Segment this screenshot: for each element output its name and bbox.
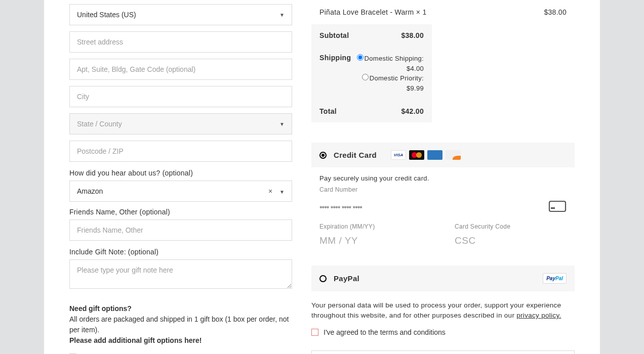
terms-checkbox[interactable] [311,329,318,336]
chevron-down-icon: ▼ [279,189,285,195]
total-label: Total [319,107,337,115]
expiry-label: Expiration (MM/YY) [319,223,431,230]
paypal-icon: PayPal [543,273,567,284]
card-brand-icons: VISA [391,150,461,160]
paypal-radio[interactable] [319,275,327,282]
expiry-input[interactable]: MM / YY [319,233,431,248]
gift-note-label: Include Gift Note: (optional) [69,248,292,256]
cc-description: Pay securely using your credit card. [319,174,567,182]
terms-label: I've agreed to the terms and conditions [324,328,446,336]
shipping-option-priority[interactable]: Domestic Priority: $9.99 [362,74,424,92]
order-item-row: Piñata Love Bracelet - Warm × 1 $38.00 [311,6,575,24]
referral-label: How did you hear about us? (optional) [69,169,292,177]
apt-input[interactable] [69,59,292,80]
mastercard-icon [409,150,424,160]
csc-input[interactable]: CSC [455,233,567,248]
cc-label: Credit Card [334,151,377,159]
svg-rect-0 [549,201,566,211]
gift-info-cta[interactable]: Please add additional gift options here! [69,335,292,346]
csc-label: Card Security Code [455,223,567,230]
city-input[interactable] [69,86,292,107]
card-number-label: Card Number [319,186,567,193]
chevron-down-icon: ▼ [279,121,285,127]
street-address-input[interactable] [69,31,292,53]
state-placeholder: State / County [77,120,122,128]
svg-rect-1 [551,207,555,209]
state-select[interactable]: State / County ▼ [69,113,292,135]
credit-card-icon [548,199,567,215]
shipping-radio-priority[interactable] [362,74,369,80]
order-item-name: Piñata Love Bracelet - Warm [319,8,416,16]
country-value: United States (US) [77,11,136,19]
credit-card-radio[interactable] [319,152,327,159]
privacy-policy-link[interactable]: privacy policy. [516,312,561,319]
total-value: $42.00 [401,107,424,115]
gift-info-line: All orders are packaged and shipped in 1… [69,314,292,335]
referral-value: Amazon [77,187,103,195]
referral-select[interactable]: Amazon × ▼ [69,181,292,202]
postcode-input[interactable] [69,141,292,162]
shipping-label: Shipping [319,54,351,93]
order-notes-textarea[interactable] [311,350,575,355]
chevron-down-icon: ▼ [279,12,285,18]
privacy-text: Your personal data will be used to proce… [311,300,575,321]
friends-label: Friends Name, Other (optional) [69,208,292,216]
subtotal-value: $38.00 [401,31,424,39]
card-number-input[interactable]: •••• •••• •••• •••• [319,203,362,212]
payment-option-paypal[interactable]: PayPal PayPal [311,266,575,291]
discover-icon [446,150,461,160]
friends-input[interactable] [69,219,292,241]
gift-info: Need gift options? All orders are packag… [69,303,292,346]
payment-option-credit-card[interactable]: Credit Card VISA [311,143,575,167]
order-summary: Subtotal $38.00 Shipping Domestic Shippi… [311,24,432,122]
clear-icon[interactable]: × [268,187,272,195]
country-select[interactable]: United States (US) ▼ [69,4,292,25]
gift-info-heading: Need gift options? [69,303,292,314]
order-item-price: $38.00 [544,8,567,16]
order-item-qty: × 1 [416,8,427,16]
gift-note-textarea[interactable] [69,259,292,289]
shipping-option-domestic[interactable]: Domestic Shipping: $4.00 [357,55,424,72]
visa-icon: VISA [391,150,406,160]
paypal-label: PayPal [334,274,359,283]
terms-row[interactable]: I've agreed to the terms and conditions [311,328,575,336]
shipping-radio-domestic[interactable] [357,54,364,61]
subtotal-label: Subtotal [319,31,349,39]
amex-icon [427,150,442,160]
